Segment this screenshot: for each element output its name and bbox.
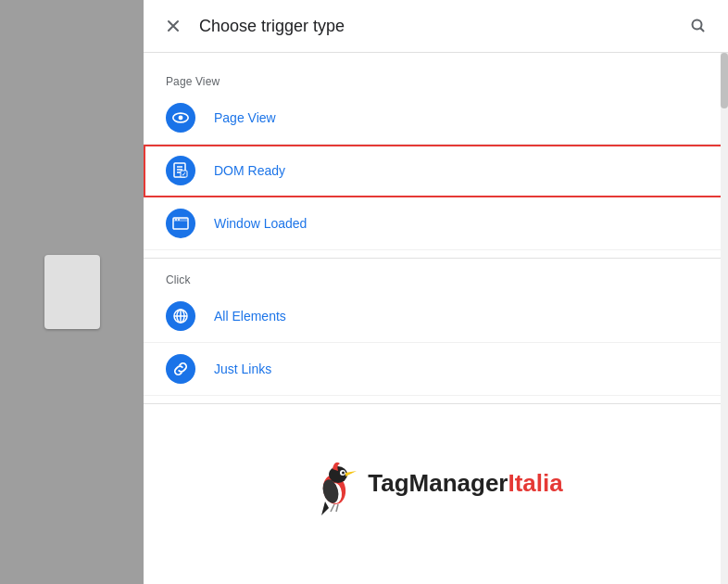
trigger-name-page-view: Page View xyxy=(214,110,276,125)
trigger-name-just-links: Just Links xyxy=(214,362,271,376)
trigger-item-dom-ready[interactable]: ✓ DOM Ready xyxy=(144,145,728,197)
svg-point-21 xyxy=(342,472,345,475)
svg-point-11 xyxy=(175,219,177,221)
window-loaded-icon xyxy=(166,209,195,238)
close-button[interactable] xyxy=(162,15,184,37)
dom-ready-icon: ✓ xyxy=(166,156,195,185)
section-label-page-view: Page View xyxy=(144,68,728,92)
page-view-icon xyxy=(166,103,195,133)
modal-title: Choose trigger type xyxy=(199,17,345,36)
scrollbar-thumb[interactable] xyxy=(721,53,728,108)
brand-logo: TagManagerItalia xyxy=(308,451,562,515)
svg-point-12 xyxy=(178,219,180,221)
trigger-item-all-elements[interactable]: All Elements xyxy=(144,290,728,343)
brand-red-text: Italia xyxy=(508,469,562,497)
svg-text:✓: ✓ xyxy=(182,171,186,177)
trigger-item-just-links[interactable]: Just Links xyxy=(144,343,728,396)
trigger-name-dom-ready: DOM Ready xyxy=(214,163,285,178)
trigger-item-window-loaded[interactable]: Window Loaded xyxy=(144,197,728,250)
background-card xyxy=(44,255,100,329)
section-divider-1 xyxy=(144,258,728,259)
all-elements-icon xyxy=(166,301,195,331)
svg-line-24 xyxy=(336,504,338,512)
modal-header-left: Choose trigger type xyxy=(162,15,345,37)
woodpecker-icon xyxy=(308,451,364,515)
trigger-item-page-view[interactable]: Page View xyxy=(144,92,728,145)
just-links-icon xyxy=(166,354,195,384)
trigger-name-window-loaded: Window Loaded xyxy=(214,216,307,231)
brand-text: TagManagerItalia xyxy=(368,469,562,498)
svg-line-23 xyxy=(331,504,334,512)
watermark-area: TagManagerItalia xyxy=(144,423,728,543)
trigger-name-all-elements: All Elements xyxy=(214,309,286,324)
modal-overlay: Choose trigger type Page View Page View xyxy=(144,0,728,584)
scrollbar-track[interactable] xyxy=(721,53,728,584)
section-divider-2 xyxy=(144,403,728,404)
svg-point-2 xyxy=(179,116,183,121)
search-button[interactable] xyxy=(687,15,709,37)
brand-black-text: TagManager xyxy=(368,469,508,497)
left-panel xyxy=(0,0,144,584)
modal-header: Choose trigger type xyxy=(144,0,728,53)
section-label-click: Click xyxy=(144,266,728,290)
modal-body: Page View Page View ✓ xyxy=(144,53,728,584)
